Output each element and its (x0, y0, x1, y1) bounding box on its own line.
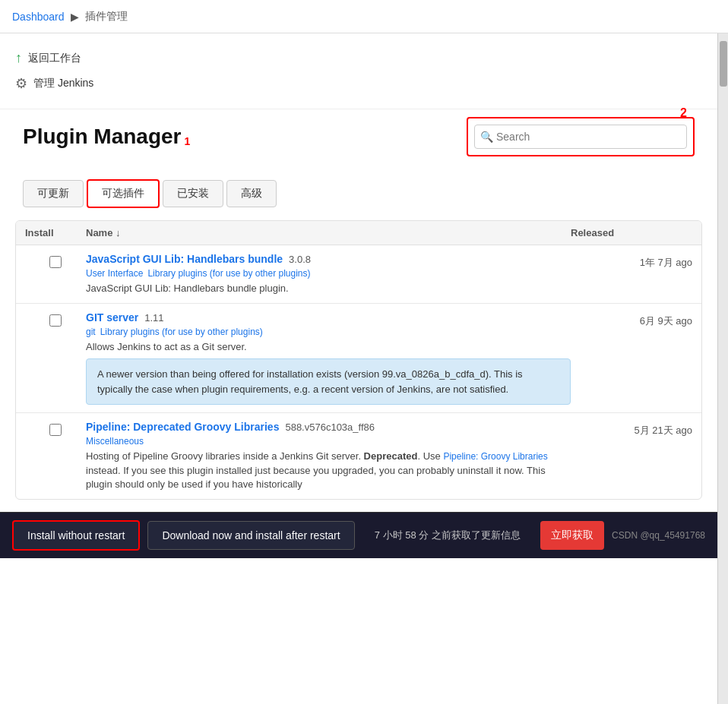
annotation-1: 1 (184, 135, 190, 147)
col-install-header: Install (25, 227, 86, 238)
plugin-desc-0: JavaScript GUI Lib: Handlebars bundle pl… (86, 282, 571, 295)
sidebar-item-manage-jenkins-label: 管理 Jenkins (33, 77, 93, 90)
plugin-checkbox-0[interactable] (49, 256, 62, 268)
plugin-released-1: 6月 9天 ago (571, 311, 692, 328)
plugin-info-2: Pipeline: Deprecated Groovy Libraries 58… (86, 421, 571, 491)
bottom-bar: Install without restart Download now and… (0, 512, 717, 558)
tabs-row: 可更新 可选插件 已安装 高级 (23, 179, 695, 208)
plugin-name-2[interactable]: Pipeline: Deprecated Groovy Libraries (86, 421, 279, 433)
plugin-version-2: 588.v576c103a_ff86 (285, 421, 375, 433)
tab-available[interactable]: 可选插件 (87, 179, 160, 208)
plugin-desc-2: Hosting of Pipeline Groovy libraries ins… (86, 450, 571, 491)
search-input[interactable] (474, 125, 687, 149)
fetch-now-button[interactable]: 立即获取 (540, 521, 604, 550)
tab-installed[interactable]: 已安装 (163, 180, 223, 207)
download-and-install-button[interactable]: Download now and install after restart (147, 521, 354, 550)
plugin-released-0: 1年 7月 ago (571, 253, 692, 270)
table-row: 4 Pipeline: Deprecated Groovy Libraries … (16, 413, 701, 499)
plugin-name-0[interactable]: JavaScript GUI Lib: Handlebars bundle (86, 253, 283, 265)
scrollbar[interactable] (717, 33, 728, 704)
tab-updates[interactable]: 可更新 (23, 180, 84, 207)
plugin-checkbox-1[interactable] (49, 314, 62, 327)
plugin-checkbox-2[interactable] (49, 424, 62, 436)
table-row: GIT server 1.11 git Library plugins (for… (16, 304, 701, 413)
pipeline-groovy-link[interactable]: Pipeline: Groovy Libraries (443, 451, 547, 462)
col-released-header: Released (571, 227, 692, 238)
dashboard-link[interactable]: Dashboard (12, 11, 65, 23)
current-page-label: 插件管理 (85, 10, 128, 24)
tab-advanced[interactable]: 高级 (226, 180, 277, 207)
plugin-table: Install Name ↓ Released 3 JavaScript GUI… (15, 220, 702, 500)
plugin-info-0: JavaScript GUI Lib: Handlebars bundle 3.… (86, 253, 571, 295)
sidebar-item-manage-jenkins[interactable]: ⚙ 管理 Jenkins (15, 71, 702, 96)
sidebar-item-back-label: 返回工作台 (28, 52, 81, 65)
plugin-info-1: GIT server 1.11 git Library plugins (for… (86, 311, 571, 405)
plugin-tag-1-1[interactable]: Library plugins (for use by other plugin… (100, 327, 263, 337)
plugin-released-2: 5月 21天 ago (571, 421, 692, 437)
back-icon: ↑ (15, 50, 22, 66)
update-status-text: 7 小时 58 分 之前获取了更新信息 (362, 529, 533, 542)
col-name-header: Name ↓ (86, 227, 571, 238)
table-header: Install Name ↓ Released (16, 221, 701, 245)
sidebar-item-back[interactable]: ↑ 返回工作台 (15, 46, 702, 71)
page-title: Plugin Manager (23, 125, 181, 149)
plugin-tag-0-1[interactable]: Library plugins (for use by other plugin… (147, 268, 310, 279)
install-without-restart-button[interactable]: Install without restart (12, 520, 140, 551)
plugin-version-1: 1.11 (144, 312, 163, 324)
search-icon: 🔍 (480, 131, 493, 143)
plugin-tag-1-0[interactable]: git (86, 327, 96, 337)
gear-icon: ⚙ (15, 75, 27, 92)
search-area: 2 🔍 (467, 125, 695, 164)
breadcrumb-separator: ▶ (71, 11, 79, 23)
plugin-tag-2-0[interactable]: Miscellaneous (86, 436, 144, 447)
watermark-text: CSDN @qq_45491768 (612, 530, 705, 541)
plugin-version-0: 3.0.8 (289, 254, 311, 265)
plugin-warning-1: A newer version than being offered for i… (86, 358, 571, 405)
scrollbar-thumb[interactable] (720, 41, 727, 87)
plugin-desc-1: Allows Jenkins to act as a Git server. (86, 340, 571, 354)
table-row: 3 JavaScript GUI Lib: Handlebars bundle … (16, 245, 701, 304)
plugin-name-1[interactable]: GIT server (86, 311, 138, 324)
plugin-tag-0-0[interactable]: User Interface (86, 268, 143, 279)
